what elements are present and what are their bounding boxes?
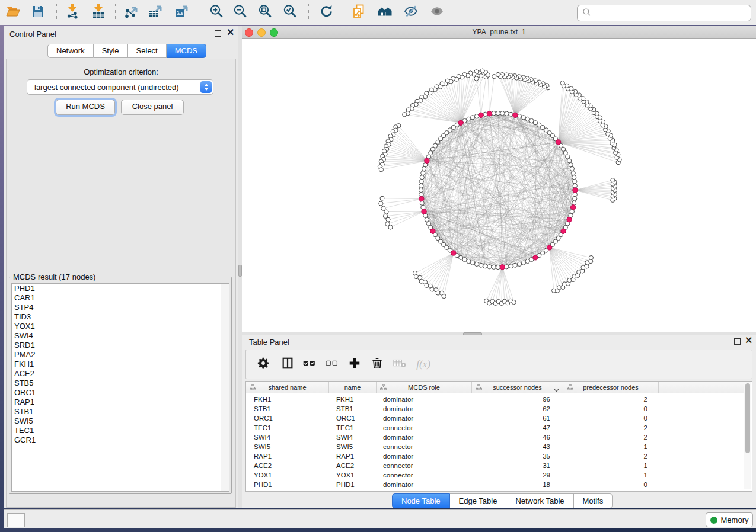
table-cell[interactable]: ORC1 — [246, 414, 336, 423]
table-cell[interactable]: STB1 — [246, 404, 336, 414]
export-network-button[interactable] — [122, 2, 142, 23]
zoom-out-button[interactable] — [230, 2, 250, 23]
table-cell[interactable]: ACE2 — [246, 461, 336, 470]
table-cell[interactable]: PHD1 — [246, 480, 336, 489]
first-neighbors-button[interactable] — [375, 2, 395, 23]
table-cell[interactable]: 18 — [470, 480, 550, 489]
table-row[interactable]: YOX1YOX1connector291 — [246, 470, 745, 480]
network-node[interactable] — [492, 111, 496, 116]
network-node[interactable] — [421, 171, 425, 175]
network-leaf-node[interactable] — [479, 74, 483, 78]
table-cell[interactable]: 35 — [470, 451, 550, 461]
table-row[interactable]: SWI5SWI5connector431 — [246, 442, 745, 451]
mcds-result-node[interactable]: CAR1 — [12, 293, 229, 303]
network-leaf-node[interactable] — [560, 81, 564, 85]
network-node[interactable] — [521, 261, 525, 265]
network-leaf-node[interactable] — [486, 73, 490, 77]
table-cell[interactable]: TEC1 — [246, 423, 336, 432]
tab-node-table[interactable]: Node Table — [392, 493, 450, 508]
show-columns-button[interactable] — [277, 354, 298, 374]
mcds-result-node[interactable]: SRD1 — [12, 341, 229, 350]
network-dominator-node[interactable] — [571, 205, 576, 210]
memory-button[interactable]: Memory — [706, 512, 753, 527]
network-node[interactable] — [419, 188, 423, 192]
table-cell[interactable]: connector — [375, 423, 478, 432]
mcds-result-node[interactable]: PMA2 — [12, 350, 229, 360]
network-node[interactable] — [496, 111, 500, 115]
table-row[interactable]: RAP1RAP1dominator352 — [246, 451, 745, 461]
export-image-button[interactable] — [171, 2, 192, 23]
table-cell[interactable]: 0 — [561, 414, 647, 423]
table-cell[interactable]: 2 — [561, 423, 647, 432]
network-dominator-node[interactable] — [487, 111, 492, 116]
network-node[interactable] — [570, 166, 574, 171]
network-node[interactable] — [483, 264, 487, 268]
table-cell[interactable]: dominator — [375, 432, 478, 442]
network-node[interactable] — [573, 184, 577, 188]
network-node[interactable] — [517, 262, 521, 266]
network-node[interactable] — [567, 159, 572, 163]
table-cell[interactable]: connector — [375, 442, 478, 451]
node-table[interactable]: shared namenameMCDS rolesuccessor nodesp… — [245, 381, 752, 492]
table-cell[interactable]: dominator — [375, 451, 478, 461]
mcds-list-scrollbar[interactable] — [221, 284, 229, 491]
network-dominator-node[interactable] — [422, 209, 426, 214]
network-dominator-node[interactable] — [458, 120, 463, 125]
network-leaf-node[interactable] — [386, 217, 390, 222]
zoom-selected-button[interactable] — [280, 2, 300, 23]
mcds-result-node[interactable]: ORC1 — [12, 388, 229, 398]
delete-column-button[interactable] — [367, 354, 387, 374]
network-node[interactable] — [496, 265, 500, 269]
table-cell[interactable]: SWI4 — [246, 432, 336, 442]
table-cell[interactable]: connector — [375, 461, 478, 470]
table-cell[interactable]: SWI5 — [246, 442, 336, 451]
column-header-MCDS-role[interactable]: MCDS role — [377, 382, 472, 393]
table-cell[interactable]: RAP1 — [246, 451, 336, 461]
network-node[interactable] — [419, 184, 423, 188]
tab-network-table[interactable]: Network Table — [506, 493, 573, 508]
network-node[interactable] — [571, 171, 575, 175]
table-cell[interactable]: 0 — [561, 480, 647, 489]
network-leaf-node[interactable] — [388, 225, 393, 229]
table-cell[interactable]: dominator — [375, 395, 478, 404]
network-window-titlebar[interactable]: YPA_prune.txt_1 — [242, 26, 756, 39]
network-node[interactable] — [569, 163, 573, 167]
table-cell[interactable]: 61 — [470, 414, 550, 423]
table-cell[interactable]: dominator — [375, 404, 478, 414]
table-cell[interactable]: 1 — [561, 470, 647, 480]
criterion-select[interactable]: largest connected component (undirected) — [27, 79, 213, 95]
table-cell[interactable]: 43 — [470, 442, 550, 451]
float-icon[interactable] — [215, 30, 221, 37]
show-all-button[interactable] — [427, 2, 447, 23]
mcds-result-list[interactable]: PHD1CAR1STP4TID3YOX1SWI4SRD1PMA2FKH1ACE2… — [11, 283, 229, 492]
network-leaf-node[interactable] — [474, 76, 479, 81]
task-history-button[interactable] — [7, 513, 25, 527]
table-row[interactable]: SWI4SWI4dominator462 — [246, 432, 745, 442]
table-row[interactable]: PHD1PHD1dominator180 — [246, 480, 745, 489]
network-leaf-node[interactable] — [589, 255, 593, 259]
table-cell[interactable]: FKH1 — [246, 395, 336, 404]
network-dominator-node[interactable] — [573, 188, 578, 193]
network-dominator-node[interactable] — [425, 158, 429, 163]
network-node[interactable] — [462, 258, 467, 262]
network-node[interactable] — [420, 175, 424, 180]
hide-selected-button[interactable] — [401, 2, 421, 23]
mcds-result-node[interactable]: TID3 — [12, 312, 229, 322]
network-node[interactable] — [419, 180, 423, 184]
unselect-all-columns-button[interactable] — [322, 354, 342, 374]
table-cell[interactable]: connector — [375, 470, 478, 480]
network-dominator-node[interactable] — [567, 217, 572, 222]
network-node[interactable] — [525, 259, 529, 264]
tab-style[interactable]: Style — [94, 44, 128, 58]
column-header-successor-nodes[interactable]: successor nodes — [472, 382, 563, 393]
column-header-shared-name[interactable]: shared name — [246, 382, 329, 393]
mcds-result-node[interactable]: TEC1 — [12, 426, 229, 435]
chevron-down-icon[interactable] — [554, 386, 559, 389]
apply-layout-button[interactable] — [317, 2, 337, 23]
mcds-result-node[interactable]: FKH1 — [12, 360, 229, 369]
float-icon[interactable] — [734, 338, 741, 345]
network-node[interactable] — [500, 111, 505, 116]
network-leaf-node[interactable] — [492, 75, 496, 79]
network-node[interactable] — [467, 259, 471, 264]
tab-select[interactable]: Select — [128, 44, 167, 58]
